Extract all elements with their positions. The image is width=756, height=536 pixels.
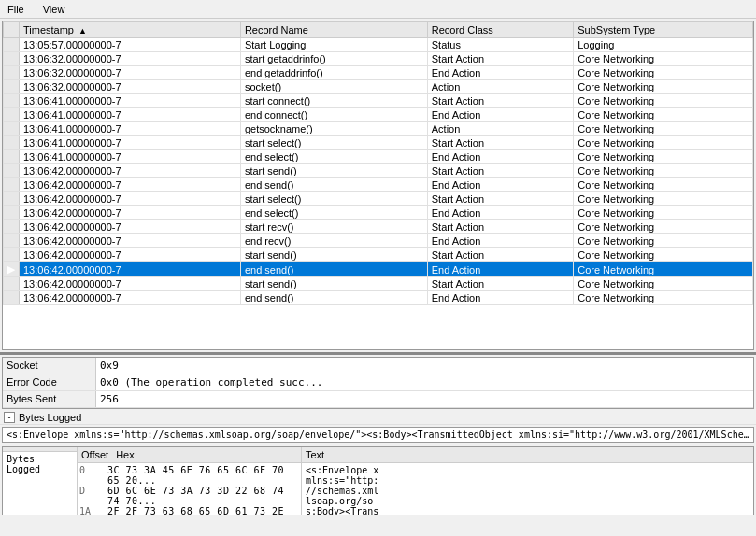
- text-row: s:Body><Trans: [304, 506, 751, 515]
- cell-record_class: Start Action: [427, 52, 573, 66]
- cell-subsystem_type: Core Networking: [574, 248, 753, 262]
- table-row[interactable]: 13:06:42.00000000-7end send()End ActionC…: [4, 178, 753, 192]
- table-row[interactable]: 13:06:41.00000000-7start connect()Start …: [4, 94, 753, 108]
- cell-record_class: Start Action: [427, 94, 573, 108]
- table-row[interactable]: 13:06:42.00000000-7end recv()End ActionC…: [4, 234, 753, 248]
- cell-subsystem_type: Core Networking: [574, 164, 753, 178]
- cell-record_class: Status: [427, 38, 573, 52]
- table-row[interactable]: 13:06:32.00000000-7socket()ActionCore Ne…: [4, 80, 753, 94]
- text-row: //schemas.xml: [304, 486, 751, 496]
- main-table: Timestamp ▲ Record Name Record Class Sub…: [3, 21, 753, 305]
- cell-record_class: End Action: [427, 66, 573, 80]
- bytes-logged-side-label: Bytes Logged: [7, 454, 73, 474]
- text-row: mlns:s="http:: [304, 475, 751, 486]
- row-indicator: [4, 108, 20, 122]
- col-record-name[interactable]: Record Name: [240, 22, 427, 38]
- hex-left-panel: Bytes Logged: [3, 447, 78, 515]
- cell-record_class: End Action: [427, 108, 573, 122]
- cell-subsystem_type: Core Networking: [574, 206, 753, 220]
- cell-record_name: start send(): [240, 248, 427, 262]
- cell-record_name: start send(): [240, 277, 427, 291]
- cell-record_class: Start Action: [427, 277, 573, 291]
- cell-subsystem_type: Core Networking: [574, 178, 753, 192]
- cell-record_name: end send(): [240, 291, 427, 305]
- cell-timestamp: 13:06:42.00000000-7: [20, 164, 241, 178]
- cell-subsystem_type: Core Networking: [574, 66, 753, 80]
- cell-subsystem_type: Core Networking: [574, 277, 753, 291]
- cell-record_name: start select(): [240, 136, 427, 150]
- row-indicator: [4, 38, 20, 52]
- col-subsystem-type[interactable]: SubSystem Type: [574, 22, 753, 38]
- view-menu[interactable]: View: [39, 3, 69, 16]
- cell-record_name: socket(): [240, 80, 427, 94]
- text-row: <s:Envelope x: [304, 465, 751, 475]
- col-record-class[interactable]: Record Class: [427, 22, 573, 38]
- cell-record_class: End Action: [427, 150, 573, 164]
- cell-record_class: Start Action: [427, 136, 573, 150]
- cell-subsystem_type: Core Networking: [574, 150, 753, 164]
- cell-timestamp: 13:06:32.00000000-7: [20, 52, 241, 66]
- col-timestamp[interactable]: Timestamp ▲: [20, 22, 241, 38]
- row-indicator: [4, 80, 20, 94]
- table-row[interactable]: 13:06:41.00000000-7end connect()End Acti…: [4, 108, 753, 122]
- table-row[interactable]: 13:06:42.00000000-7end select()End Actio…: [4, 206, 753, 220]
- row-indicator: [4, 234, 20, 248]
- cell-record_class: Start Action: [427, 164, 573, 178]
- hex-middle-content[interactable]: 03C 73 3A 45 6E 76 65 6C 6F 70 65 20...D…: [78, 463, 301, 515]
- table-row[interactable]: 13:06:32.00000000-7end getaddrinfo()End …: [4, 66, 753, 80]
- bytes-logged-row: - Bytes Logged: [0, 411, 756, 425]
- row-indicator: [4, 220, 20, 234]
- table-row[interactable]: 13:06:42.00000000-7start recv()Start Act…: [4, 220, 753, 234]
- table-row[interactable]: 13:05:57.00000000-7Start LoggingStatusLo…: [4, 38, 753, 52]
- table-row[interactable]: 13:06:42.00000000-7start send()Start Act…: [4, 248, 753, 262]
- cell-record_class: End Action: [427, 234, 573, 248]
- cell-timestamp: 13:06:41.00000000-7: [20, 94, 241, 108]
- main-container: File View Timestamp ▲ Record Name Record…: [0, 0, 756, 517]
- cell-timestamp: 13:06:42.00000000-7: [20, 234, 241, 248]
- row-indicator: [4, 164, 20, 178]
- table-wrapper[interactable]: Timestamp ▲ Record Name Record Class Sub…: [2, 21, 754, 350]
- hex-offset: 0: [79, 465, 106, 486]
- cell-timestamp: 13:06:32.00000000-7: [20, 66, 241, 80]
- cell-subsystem_type: Core Networking: [574, 234, 753, 248]
- table-row[interactable]: 13:06:41.00000000-7getsockname()ActionCo…: [4, 122, 753, 136]
- cell-record_name: start connect(): [240, 94, 427, 108]
- file-menu[interactable]: File: [4, 3, 28, 16]
- row-indicator: [4, 94, 20, 108]
- table-row[interactable]: 13:06:32.00000000-7start getaddrinfo()St…: [4, 52, 753, 66]
- cell-timestamp: 13:06:32.00000000-7: [20, 80, 241, 94]
- table-row[interactable]: ▶13:06:42.00000000-7end send()End Action…: [4, 262, 753, 277]
- hex-middle-panel: Offset Hex 03C 73 3A 45 6E 76 65 6C 6F 7…: [78, 447, 302, 515]
- hex-middle-header: Offset Hex: [78, 447, 301, 463]
- row-indicator: [4, 136, 20, 150]
- cell-subsystem_type: Core Networking: [574, 80, 753, 94]
- prop-socket: Socket 0x9: [3, 358, 753, 374]
- cell-record_name: start send(): [240, 164, 427, 178]
- table-row[interactable]: 13:06:42.00000000-7end send()End ActionC…: [4, 291, 753, 305]
- table-row[interactable]: 13:06:41.00000000-7end select()End Actio…: [4, 150, 753, 164]
- hex-bytes: 6D 6C 6E 73 3A 73 3D 22 68 74 74 70...: [107, 486, 299, 506]
- cell-timestamp: 13:05:57.00000000-7: [20, 38, 241, 52]
- hex-right-header: Text: [302, 447, 753, 463]
- cell-timestamp: 13:06:41.00000000-7: [20, 108, 241, 122]
- table-row[interactable]: 13:06:42.00000000-7start send()Start Act…: [4, 164, 753, 178]
- cell-record_name: start select(): [240, 192, 427, 206]
- cell-record_class: Action: [427, 80, 573, 94]
- cell-record_class: End Action: [427, 206, 573, 220]
- row-indicator: [4, 150, 20, 164]
- cell-record_name: getsockname(): [240, 122, 427, 136]
- menubar: File View: [0, 0, 756, 19]
- cell-record_class: End Action: [427, 178, 573, 192]
- cell-record_class: End Action: [427, 262, 573, 277]
- bottom-panel: Socket 0x9 Error Code 0x0 (The operation…: [0, 355, 756, 517]
- table-header-row: Timestamp ▲ Record Name Record Class Sub…: [4, 22, 753, 38]
- hex-right-content[interactable]: <s:Envelope xmlns:s="http://schemas.xmll…: [302, 463, 753, 515]
- hex-right-panel: Text <s:Envelope xmlns:s="http://schemas…: [302, 447, 753, 515]
- col-indicator: [4, 22, 20, 38]
- bytes-logged-header-label: Bytes Logged: [19, 412, 81, 423]
- hex-row: 03C 73 3A 45 6E 76 65 6C 6F 70 65 20...: [79, 465, 299, 486]
- table-row[interactable]: 13:06:42.00000000-7start send()Start Act…: [4, 277, 753, 291]
- table-row[interactable]: 13:06:42.00000000-7start select()Start A…: [4, 192, 753, 206]
- collapse-bytes-icon[interactable]: -: [4, 412, 15, 423]
- table-row[interactable]: 13:06:41.00000000-7start select()Start A…: [4, 136, 753, 150]
